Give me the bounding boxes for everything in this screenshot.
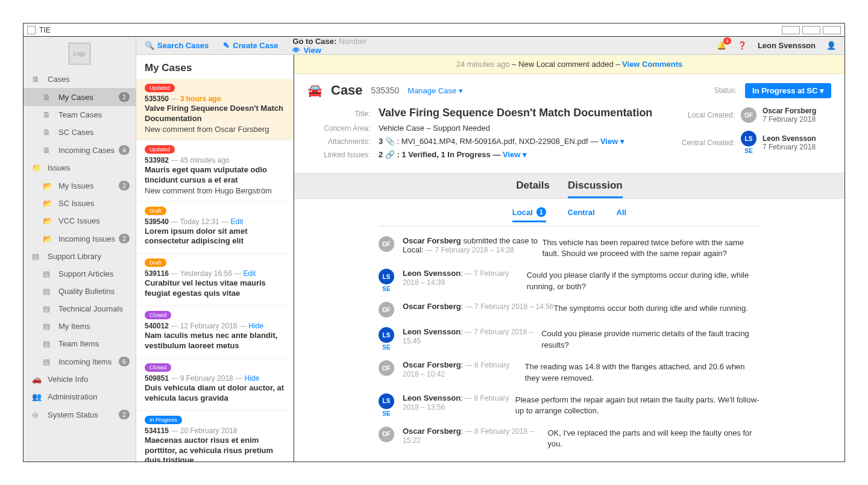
- file-icon: 🗎: [43, 110, 52, 119]
- attachments-view-link[interactable]: View ▾: [600, 137, 624, 146]
- linked-view-link[interactable]: View ▾: [503, 150, 527, 159]
- case-edit-link[interactable]: Edit: [244, 269, 256, 278]
- sidebar-item-vcc-issues[interactable]: 📂VCC Issues: [24, 212, 136, 230]
- sidebar-item-incoming-issues[interactable]: 📂Incoming Issues2: [24, 230, 136, 248]
- status-tag: Draft: [145, 207, 166, 215]
- tabs: Details Discussion: [294, 173, 844, 199]
- sidebar-item-sc-issues[interactable]: 📂SC Issues: [24, 195, 136, 212]
- case-number: 535350: [371, 86, 400, 95]
- case-list-item[interactable]: Updated 533982 — 45 minutes ago Mauris e…: [136, 140, 294, 202]
- case-list-item[interactable]: Draft 539540 — Today 12:31 — Edit Lorem …: [136, 202, 294, 254]
- sidebar-item-technical-journals[interactable]: ▤Technical Journals: [24, 300, 136, 318]
- avatar: OF: [379, 302, 394, 318]
- sidebar-item-team-items[interactable]: ▤Team Items: [24, 335, 136, 352]
- window-button[interactable]: [823, 26, 841, 34]
- subtab-local[interactable]: Local1: [512, 207, 546, 222]
- case-list-item[interactable]: Updated 535350 — 3 hours ago Valve Firin…: [136, 79, 294, 140]
- avatar: OF: [379, 236, 394, 252]
- tab-discussion[interactable]: Discussion: [568, 180, 623, 198]
- car-icon: 🚗: [32, 375, 42, 384]
- toolbar: 🔍Search Cases ✎Create Case Go to Case: N…: [136, 37, 844, 55]
- comment-text: This vehicle has been repaired twice bef…: [542, 237, 760, 259]
- sidebar-item-system-status[interactable]: ⊖System Status2: [24, 405, 136, 424]
- folder-icon: 📂: [43, 199, 52, 208]
- goto-view-link[interactable]: 👁 View: [292, 46, 366, 55]
- sidebar-item-quality-bulletins[interactable]: ▤Quality Bulletins: [24, 283, 136, 300]
- book-icon: ▤: [43, 322, 52, 331]
- username[interactable]: Leon Svensson: [758, 41, 816, 50]
- comment-meta: — 7 February 2018 – 14:56: [463, 302, 553, 311]
- status-tag: Closed: [145, 363, 171, 372]
- avatar: OF: [379, 427, 394, 442]
- status-dropdown[interactable]: In Progress at SC ▾: [745, 83, 831, 98]
- case-edit-link[interactable]: Edit: [231, 217, 244, 226]
- comment-text: Please perform the repair again but reta…: [515, 395, 760, 417]
- sidebar-item-team-cases[interactable]: 🗎Team Cases: [24, 106, 136, 124]
- window-button[interactable]: [802, 26, 820, 34]
- file-icon: 🗎: [32, 75, 42, 84]
- case-list-item[interactable]: Closed 509851 — 9 February 2018 — Hide D…: [136, 358, 294, 411]
- case-item-sub: New comment from Hugo Bergström: [145, 186, 285, 195]
- tab-details[interactable]: Details: [516, 180, 550, 198]
- list-header: My Cases: [136, 55, 294, 79]
- search-cases-link[interactable]: 🔍Search Cases: [145, 41, 209, 50]
- comment-text: OK, I've replaced the parts and will kee…: [547, 428, 760, 449]
- concern-area: Vehicle Case – Support Needed: [379, 124, 668, 133]
- file-icon: 🗎: [43, 93, 52, 102]
- case-title: Valve Firing Sequence Doesn't Match Docu…: [379, 107, 668, 119]
- folder-icon: 📂: [43, 181, 52, 190]
- pencil-icon: ✎: [223, 41, 230, 50]
- subtab-all[interactable]: All: [617, 207, 627, 222]
- manage-case-dropdown[interactable]: Manage Case ▾: [407, 86, 463, 95]
- case-list-item[interactable]: Draft 539116 — Yesterday 16:56 — Edit Cu…: [136, 254, 294, 306]
- minus-circle-icon: ⊖: [32, 410, 42, 419]
- window-control-icon[interactable]: [27, 26, 36, 34]
- eye-icon: 👁: [292, 46, 300, 55]
- book-icon: ▤: [43, 304, 52, 313]
- window-button[interactable]: [782, 26, 800, 34]
- sidebar-item-vehicle-info[interactable]: 🚗Vehicle Info: [24, 371, 136, 388]
- view-comments-link[interactable]: View Comments: [622, 60, 682, 69]
- sidebar-item-cases[interactable]: 🗎Cases: [24, 70, 136, 88]
- case-list-item[interactable]: Closed 540012 — 12 February 2018 — Hide …: [136, 306, 294, 358]
- comment: OF Oscar Forsberg submitted the case to …: [379, 236, 760, 259]
- status-tag: Updated: [145, 84, 175, 92]
- case-item-title: Curabitur vel lectus vitae mauris feugia…: [145, 278, 285, 299]
- sidebar-item-incoming-items[interactable]: ▤Incoming Items6: [24, 352, 136, 371]
- sidebar-item-my-cases[interactable]: 🗎My Cases2: [24, 88, 136, 106]
- sidebar-item-support-articles[interactable]: ▤Support Articles: [24, 265, 136, 283]
- sidebar-item-incoming-cases[interactable]: 🗎Incoming Cases4: [24, 141, 136, 159]
- discussion-filter-tabs: Local1 Central All: [379, 199, 760, 227]
- avatar: LS: [379, 327, 394, 343]
- case-label: Case: [331, 83, 363, 98]
- count-badge: 4: [119, 145, 130, 155]
- logo: Logo: [69, 43, 90, 64]
- file-icon: 🗎: [43, 146, 52, 155]
- status-label: Status:: [714, 86, 737, 95]
- book-icon: ▤: [43, 339, 52, 348]
- comment-author: Oscar Forsberg: [403, 302, 461, 311]
- case-item-title: Mauris eget quam vulputate odio tincidun…: [145, 165, 285, 186]
- comment: LSSE Leon Svensson: — 7 February 2018 – …: [379, 327, 760, 351]
- count-badge: 2: [119, 410, 130, 419]
- sidebar-item-my-items[interactable]: ▤My Items: [24, 318, 136, 335]
- comment-author: Oscar Forsberg: [403, 360, 461, 369]
- case-hide-link[interactable]: Hide: [248, 322, 263, 330]
- sidebar-item-sc-cases[interactable]: 🗎SC Cases: [24, 124, 136, 141]
- goto-input-placeholder[interactable]: Number: [339, 37, 366, 46]
- comment-text: Could you please clarify if the symptoms…: [527, 270, 760, 292]
- case-hide-link[interactable]: Hide: [244, 374, 259, 383]
- user-avatar-icon[interactable]: 👤: [826, 41, 836, 50]
- sidebar-item-support-library[interactable]: ▤Support Library: [24, 248, 136, 265]
- notifications-button[interactable]: 🔔4: [717, 41, 726, 50]
- help-icon[interactable]: ❓: [737, 41, 747, 50]
- link-icon: 🔗: [385, 150, 395, 159]
- case-list-item[interactable]: In Progress 534115 — 20 February 2018 Ma…: [136, 411, 294, 462]
- count-badge: 2: [119, 181, 130, 190]
- subtab-central[interactable]: Central: [568, 207, 595, 222]
- comment: OF Oscar Forsberg: — 7 February 2018 – 1…: [379, 302, 760, 318]
- sidebar-item-my-issues[interactable]: 📂My Issues2: [24, 177, 136, 195]
- sidebar-item-issues[interactable]: 📁Issues: [24, 159, 136, 177]
- sidebar-item-administration[interactable]: 👥Administration: [24, 388, 136, 405]
- create-case-link[interactable]: ✎Create Case: [223, 41, 278, 50]
